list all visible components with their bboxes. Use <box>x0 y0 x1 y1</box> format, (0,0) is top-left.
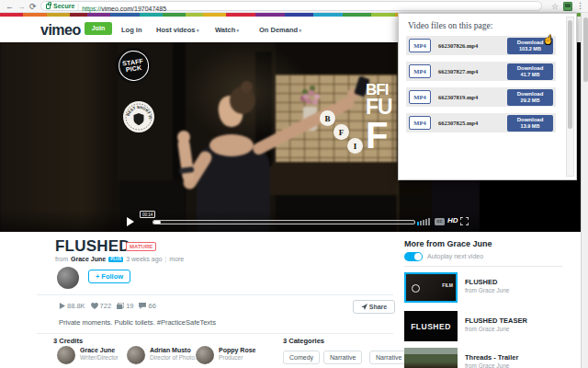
related-video-author: from Grace June <box>465 362 509 368</box>
author-avatar[interactable] <box>57 267 79 289</box>
categories-heading: 3 Categories <box>283 337 324 345</box>
download-button[interactable]: Download 13.9 MB <box>507 115 553 132</box>
related-video-author: from Grace June <box>465 287 509 293</box>
more-from-heading: More from Grace June <box>404 239 492 248</box>
volume-control[interactable] <box>417 217 432 225</box>
mp4-badge: MP4 <box>409 64 431 78</box>
popup-title: Video files on this page: <box>408 21 576 30</box>
award-badge: BEST SHORT FILM <box>123 101 154 132</box>
related-video-title[interactable]: FLUSHED TEASER <box>465 316 527 325</box>
cursor-hand-icon: ☝ <box>543 34 554 44</box>
page-content: FLUSHED MATURE from Grace June PLUS 3 we… <box>0 232 581 368</box>
nav-on-demand[interactable]: On Demand <box>259 26 301 34</box>
refresh-icon[interactable]: ⟳ <box>29 2 37 11</box>
related-video-thumb-teaser[interactable]: FLUSHED <box>404 311 458 341</box>
credit-entry[interactable]: Adrian MustoDirector of Photo... <box>127 346 199 364</box>
share-button[interactable]: Share <box>353 300 395 314</box>
file-name: 662307825.mp4 <box>438 120 478 126</box>
download-button[interactable]: Download 29.2 MB <box>507 89 553 106</box>
related-video-title[interactable]: Threads - Trailer <box>465 353 518 362</box>
upload-age: 3 weeks ago <box>126 256 162 262</box>
heart-icon <box>91 303 98 309</box>
autoplay-label: Autoplay next video <box>427 253 483 259</box>
file-name: 662307827.mp4 <box>438 68 478 75</box>
more-link[interactable]: more <box>169 256 184 262</box>
related-video-thumb-threads[interactable] <box>404 348 458 368</box>
author-link[interactable]: Grace June <box>71 256 106 262</box>
stats-row: 88.8K 722 19 66 <box>59 302 156 310</box>
bookmark-star-icon[interactable]: ☆ <box>551 2 559 11</box>
credit-entry[interactable]: Grace JuneWriter/Director <box>57 346 119 364</box>
follow-button[interactable]: + Follow <box>88 270 130 283</box>
credit-avatar <box>127 346 145 364</box>
download-extension-popup: Video files on this page: MP4 662307826.… <box>398 13 577 180</box>
file-row: MP4 662307825.mp4 Download 13.9 MB <box>406 113 556 132</box>
thumb-logo-ring <box>412 284 420 293</box>
hd-badge: HD <box>447 216 458 224</box>
page-scrollbar[interactable] <box>581 13 588 368</box>
address-separator: | <box>77 3 79 9</box>
credit-entry[interactable]: Poppy RoseProducer <box>196 346 255 364</box>
back-icon[interactable]: ← <box>6 2 14 11</box>
comment-icon <box>139 303 146 309</box>
likes-stat: 722 <box>91 302 112 310</box>
video-description: Private moments. Public toilets. #Practi… <box>59 318 216 327</box>
file-row: MP4 662307827.mp4 Download 41.7 MB <box>406 62 556 81</box>
collections-icon <box>117 303 124 309</box>
url-scheme: https:// <box>82 6 101 12</box>
shield-icon <box>134 113 144 125</box>
browser-menu-icon[interactable]: ⋮ <box>576 1 584 10</box>
related-video-author: from Grace June <box>465 326 509 332</box>
progress-bar[interactable] <box>153 220 415 224</box>
byline: from Grace June PLUS 3 weeks ago | more <box>55 256 184 262</box>
comments-stat: 66 <box>139 302 155 310</box>
player-controls: 00:14 CC HD <box>0 210 480 232</box>
page-title: FLUSHED <box>55 237 130 256</box>
mp4-badge: MP4 <box>409 39 431 52</box>
play-count-icon <box>59 303 65 309</box>
divider <box>37 333 393 334</box>
download-button[interactable]: Download 41.7 MB <box>507 63 553 80</box>
file-row: MP4 662307826.mp4 Download 103.2 MB <box>406 36 556 55</box>
file-name: 662307826.mp4 <box>438 42 478 49</box>
category-comedy[interactable]: Comedy <box>283 351 320 364</box>
credit-avatar <box>57 346 75 364</box>
play-button[interactable] <box>127 217 134 226</box>
cc-button[interactable]: CC <box>435 218 445 225</box>
related-video-title[interactable]: FLUSHED <box>465 278 497 286</box>
forward-icon[interactable]: → <box>17 2 26 11</box>
nav-host-videos[interactable]: Host videos <box>156 26 198 34</box>
join-button[interactable]: Join <box>85 22 112 35</box>
mp4-badge: MP4 <box>409 116 431 130</box>
popup-scrollbar[interactable] <box>566 17 574 177</box>
collections-stat: 19 <box>117 302 133 310</box>
category-narrative-2[interactable]: Narrative <box>369 351 408 364</box>
bfi-logo-circle-f: F <box>334 124 349 140</box>
lock-icon <box>46 4 51 9</box>
vimeo-logo[interactable]: vimeo <box>40 22 81 39</box>
browser-toolbar: ← → ⟳ Secure | https://vimeo.com/1970474… <box>0 0 588 13</box>
time-tooltip: 00:14 <box>140 211 155 218</box>
mp4-badge: MP4 <box>409 90 431 104</box>
related-video-thumb-flushed[interactable]: FILM <box>404 272 458 303</box>
plays-stat: 88.8K <box>59 302 85 310</box>
file-name: 662307819.mp4 <box>438 94 478 100</box>
divider <box>404 266 562 267</box>
login-link[interactable]: Log in <box>121 26 142 34</box>
mature-badge: MATURE <box>126 242 156 251</box>
address-bar[interactable]: Secure | https://vimeo.com/197047485 <box>40 1 542 11</box>
autoplay-toggle[interactable] <box>404 252 423 261</box>
category-narrative-1[interactable]: Narrative <box>323 351 362 364</box>
bfi-logo-circle-i: I <box>347 138 363 154</box>
bfi-logo-circle-b: B <box>320 110 335 126</box>
fullscreen-button[interactable] <box>460 217 469 225</box>
scrollbar-thumb[interactable] <box>583 17 588 82</box>
divider <box>37 294 393 295</box>
file-row: MP4 662307819.mp4 Download 29.2 MB <box>406 87 556 107</box>
credit-avatar <box>196 346 214 364</box>
credits-heading: 3 Credits <box>53 337 83 345</box>
bfi-overlay-text: BFI FU F <box>366 83 392 153</box>
video-downloader-extension-icon[interactable] <box>563 2 572 11</box>
secure-label: Secure <box>53 3 74 9</box>
nav-watch[interactable]: Watch <box>215 26 239 34</box>
